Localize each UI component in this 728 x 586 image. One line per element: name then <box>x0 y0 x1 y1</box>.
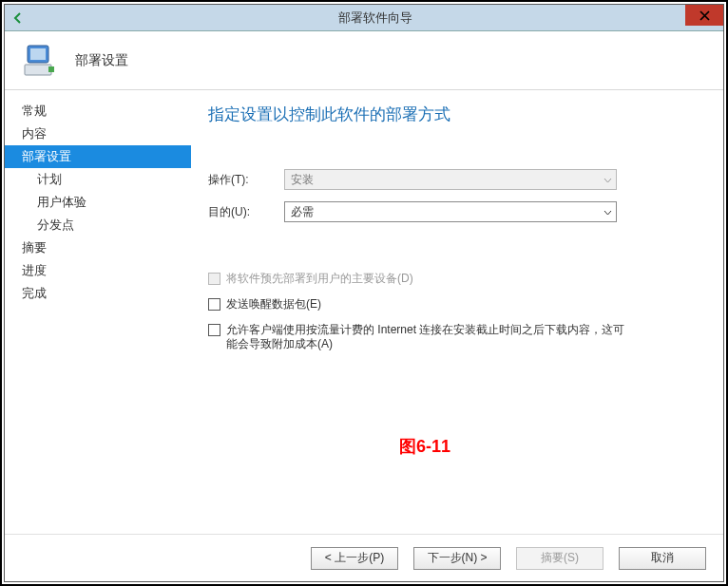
svg-rect-1 <box>30 48 46 60</box>
purpose-label: 目的(U): <box>208 204 284 220</box>
cancel-button[interactable]: 取消 <box>619 547 706 570</box>
back-arrow-icon[interactable] <box>9 9 28 28</box>
sidebar-item-4[interactable]: 用户体验 <box>5 191 191 214</box>
action-value: 安装 <box>291 173 314 186</box>
sidebar-item-7[interactable]: 进度 <box>5 259 191 282</box>
wizard-header: 部署设置 <box>5 31 723 90</box>
checkbox-label-1: 发送唤醒数据包(E) <box>226 297 321 312</box>
action-select: 安装 <box>284 169 617 190</box>
summary-button: 摘要(S) <box>516 547 603 570</box>
checkbox-1[interactable] <box>208 298 220 311</box>
svg-rect-3 <box>48 66 54 72</box>
checkbox-row-2[interactable]: 允许客户端使用按流量计费的 Internet 连接在安装截止时间之后下载内容，这… <box>208 323 699 351</box>
header-title: 部署设置 <box>75 52 128 69</box>
wizard-sidebar: 常规内容部署设置计划用户体验分发点摘要进度完成 <box>5 90 191 534</box>
checkbox-label-2: 允许客户端使用按流量计费的 Internet 连接在安装截止时间之后下载内容，这… <box>226 323 635 351</box>
sidebar-item-3[interactable]: 计划 <box>5 168 191 191</box>
purpose-select[interactable]: 必需 <box>284 201 617 222</box>
svg-rect-2 <box>25 65 51 75</box>
sidebar-item-8[interactable]: 完成 <box>5 282 191 305</box>
checkbox-0 <box>208 273 220 285</box>
content-pane: 指定设置以控制此软件的部署方式 操作(T): 安装 目的(U): 必需 将软件预… <box>191 90 723 534</box>
sidebar-item-6[interactable]: 摘要 <box>5 236 191 259</box>
chevron-down-icon <box>603 173 612 186</box>
checkbox-2[interactable] <box>208 324 220 336</box>
sidebar-item-0[interactable]: 常规 <box>5 100 191 123</box>
sidebar-item-5[interactable]: 分发点 <box>5 214 191 236</box>
title-bar: 部署软件向导 <box>5 5 723 31</box>
close-icon <box>699 10 710 21</box>
window-title: 部署软件向导 <box>28 9 723 27</box>
purpose-value: 必需 <box>291 205 314 218</box>
close-button[interactable] <box>685 5 723 26</box>
sidebar-item-2[interactable]: 部署设置 <box>5 145 191 168</box>
sidebar-item-1[interactable]: 内容 <box>5 123 191 145</box>
checkbox-label-0: 将软件预先部署到用户的主要设备(D) <box>226 272 413 286</box>
checkbox-row-0: 将软件预先部署到用户的主要设备(D) <box>208 272 699 286</box>
checkbox-row-1[interactable]: 发送唤醒数据包(E) <box>208 297 699 312</box>
chevron-down-icon <box>603 205 612 218</box>
computer-icon <box>20 42 58 80</box>
content-heading: 指定设置以控制此软件的部署方式 <box>208 104 699 125</box>
figure-label: 图6-11 <box>208 435 642 458</box>
wizard-footer: < 上一步(P) 下一步(N) > 摘要(S) 取消 <box>5 534 723 581</box>
action-label: 操作(T): <box>208 172 284 188</box>
next-button[interactable]: 下一步(N) > <box>413 547 501 570</box>
previous-button[interactable]: < 上一步(P) <box>311 547 398 570</box>
